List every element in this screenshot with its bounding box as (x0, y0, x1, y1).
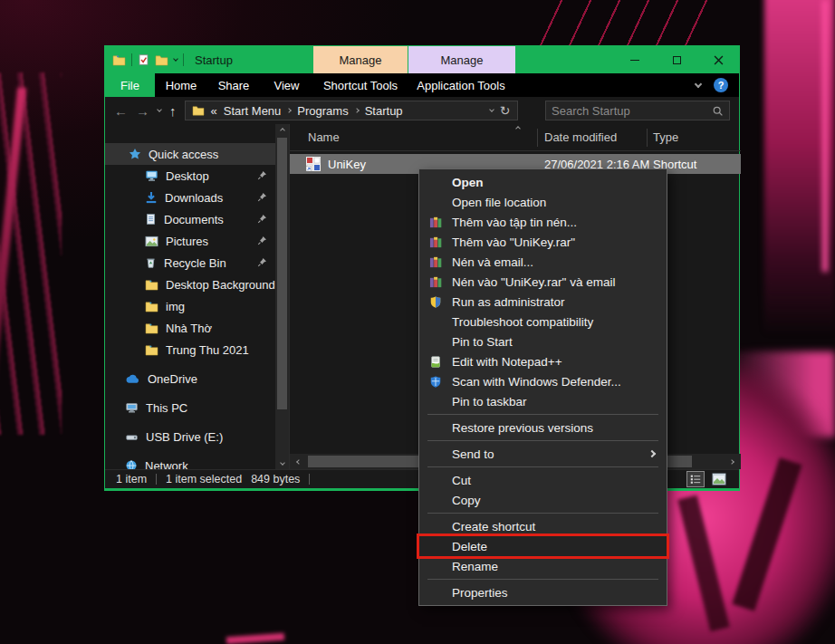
back-button[interactable]: ← (114, 104, 128, 118)
ribbon-expand-icon[interactable] (695, 80, 702, 87)
forward-button[interactable]: → (136, 104, 149, 118)
minimize-button[interactable] (614, 46, 656, 73)
sidebar-item-label: Trung Thu 2021 (166, 343, 249, 357)
scroll-left-icon[interactable] (296, 459, 302, 465)
menu-item-copy[interactable]: Copy (419, 490, 667, 510)
sidebar-item-pictures[interactable]: Pictures (105, 230, 275, 252)
menu-separator2 (427, 440, 658, 441)
scrollbar-thumb[interactable] (277, 138, 287, 409)
sidebar-item-nha-tho[interactable]: Nhà Thờ (105, 317, 275, 339)
sidebar-item-documents[interactable]: Documents (105, 208, 275, 230)
sidebar-item-onedrive[interactable]: OneDrive (105, 368, 275, 389)
breadcrumb-chevron-icon2[interactable] (354, 108, 360, 113)
defender-shield-icon (427, 374, 445, 389)
close-icon (714, 55, 724, 65)
tab-application-tools[interactable]: Application Tools (408, 73, 514, 97)
menu-separator3 (427, 466, 658, 467)
details-view-button[interactable] (686, 471, 705, 487)
close-button[interactable] (697, 46, 739, 73)
refresh-icon[interactable]: ↻ (500, 103, 511, 118)
bg-bottom-streak (226, 633, 284, 644)
sidebar-item-this-pc[interactable]: This PC (105, 397, 275, 418)
qat-dropdown-icon[interactable] (173, 56, 178, 62)
menu-item-create-shortcut[interactable]: Create shortcut (419, 516, 667, 536)
menu-item-label: Nén vào "UniKey.rar" và email (452, 275, 615, 289)
onedrive-icon (125, 374, 140, 384)
thumbnail-view-button[interactable] (710, 472, 728, 486)
breadcrumb-chevron-icon[interactable] (286, 108, 292, 113)
scroll-right-icon[interactable] (729, 459, 734, 465)
menu-item-pin-to-start[interactable]: Pin to Start (419, 332, 667, 351)
menu-item-add-to-unikey-rar[interactable]: Thêm vào "UniKey.rar" (419, 232, 667, 252)
search-icon[interactable] (712, 105, 724, 117)
menu-item-properties[interactable]: Properties (419, 582, 667, 602)
sidebar-item-desktop-background[interactable]: Desktop Background (105, 274, 275, 295)
menu-separator (427, 414, 658, 415)
tab-shortcut-tools[interactable]: Shortcut Tools (313, 73, 408, 97)
address-dropdown-icon[interactable] (489, 107, 494, 112)
breadcrumb-programs[interactable]: Programs (297, 104, 348, 118)
sidebar-item-label: Network (145, 459, 188, 470)
recycle-bin-icon (145, 256, 157, 269)
qat-properties-icon[interactable] (138, 53, 149, 66)
bg-left-streaks (0, 72, 62, 435)
winrar-icon (427, 274, 445, 289)
menu-item-open[interactable]: Open (419, 172, 667, 192)
tab-view[interactable]: View (260, 73, 313, 97)
search-input[interactable] (552, 104, 712, 118)
menu-item-open-file-location[interactable]: Open file location (419, 192, 667, 212)
sidebar-item-downloads[interactable]: Downloads (105, 187, 275, 208)
scroll-up-icon[interactable] (280, 128, 285, 133)
downloads-icon (145, 191, 158, 204)
window-controls (614, 46, 739, 73)
tab-file[interactable]: File (105, 73, 155, 97)
menu-item-rename[interactable]: Rename (419, 556, 667, 576)
menu-item-scan-with-windows-defender[interactable]: Scan with Windows Defender... (419, 371, 667, 391)
menu-item-compress-and-email[interactable]: Nén và email... (419, 252, 667, 272)
pin-icon (257, 257, 267, 267)
help-icon[interactable]: ? (714, 78, 728, 92)
scroll-down-icon[interactable] (280, 460, 285, 466)
column-date-modified[interactable]: Date modified (544, 130, 617, 144)
column-divider2[interactable] (647, 129, 648, 147)
sidebar-scrollbar[interactable] (275, 124, 289, 469)
column-divider[interactable] (537, 129, 538, 147)
contextual-tab-application-tools[interactable]: Manage (408, 46, 515, 73)
sidebar-item-usb-drive[interactable]: USB Drive (E:) (105, 426, 275, 447)
tab-home[interactable]: Home (155, 73, 207, 97)
uac-shield-icon (427, 294, 445, 309)
up-button[interactable]: ↑ (169, 104, 177, 118)
breadcrumb-start-menu[interactable]: Start Menu (224, 104, 282, 118)
sidebar-item-recycle-bin[interactable]: Recycle Bin (105, 252, 275, 274)
sidebar-item-trung-thu-2021[interactable]: Trung Thu 2021 (105, 339, 275, 360)
recent-locations-icon[interactable] (157, 107, 162, 112)
menu-item-label: Thêm vào tập tin nén... (452, 216, 577, 229)
column-type[interactable]: Type (653, 130, 678, 144)
menu-item-troubleshoot-compatibility[interactable]: Troubleshoot compatibility (419, 312, 667, 332)
menu-item-restore-previous-versions[interactable]: Restore previous versions (419, 418, 667, 437)
breadcrumb[interactable]: « Start Menu Programs Startup ↻ (185, 101, 518, 120)
minimize-icon (630, 60, 639, 61)
sidebar-item-img[interactable]: img (105, 295, 275, 317)
column-headers: Name Date modified Type (290, 124, 741, 151)
menu-item-delete[interactable]: Delete (419, 536, 667, 556)
menu-item-pin-to-taskbar[interactable]: Pin to taskbar (419, 391, 667, 411)
sidebar-item-network[interactable]: Network (105, 455, 275, 469)
tab-share[interactable]: Share (207, 73, 260, 97)
contextual-tab-shortcut-tools[interactable]: Manage (313, 46, 408, 73)
network-icon (125, 459, 138, 469)
menu-item-edit-with-notepad-plus-plus[interactable]: Edit with Notepad++ (419, 351, 667, 371)
breadcrumb-startup[interactable]: Startup (365, 104, 403, 118)
ribbon-tab-bar: File Home Share View Shortcut Tools Appl… (105, 73, 739, 97)
menu-item-compress-to-unikey-rar-and-email[interactable]: Nén vào "UniKey.rar" và email (419, 272, 667, 292)
sidebar-item-quick-access[interactable]: Quick access (105, 143, 275, 165)
sidebar-item-desktop[interactable]: Desktop (105, 165, 275, 187)
menu-item-add-to-archive[interactable]: Thêm vào tập tin nén... (419, 212, 667, 232)
qat-new-folder-icon[interactable] (155, 54, 168, 66)
breadcrumb-overflow[interactable]: « (211, 104, 217, 118)
maximize-button[interactable] (656, 46, 697, 73)
column-name[interactable]: Name (308, 130, 340, 144)
menu-item-cut[interactable]: Cut (419, 470, 667, 490)
menu-item-send-to[interactable]: Send to (419, 444, 667, 464)
menu-item-run-as-administrator[interactable]: Run as administrator (419, 292, 667, 312)
